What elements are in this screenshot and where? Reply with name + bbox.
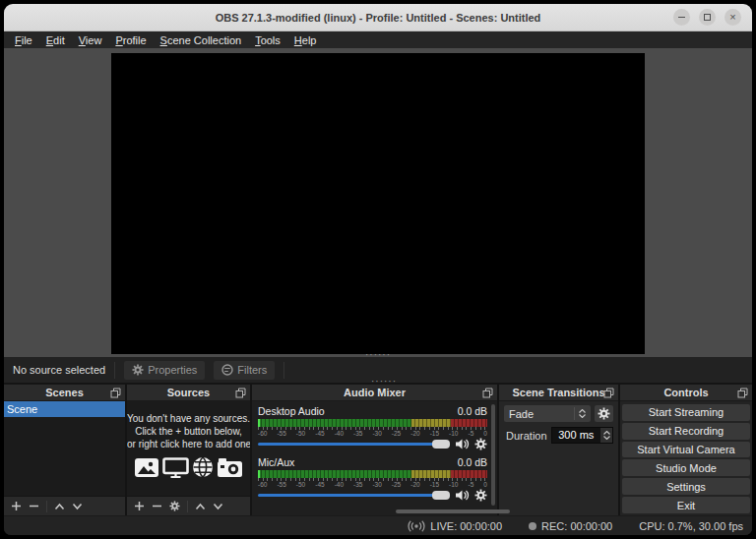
globe-icon	[192, 456, 214, 478]
maximize-icon	[704, 14, 711, 21]
popout-icon[interactable]	[737, 388, 748, 398]
scene-transitions-dock-header[interactable]: Scene Transitions	[499, 385, 618, 401]
sources-up-icon[interactable]	[195, 503, 206, 510]
minimize-button[interactable]	[673, 9, 690, 26]
horizontal-scrollbar[interactable]	[396, 509, 510, 513]
menu-edit[interactable]: Edit	[39, 32, 72, 48]
scene-list-item[interactable]: Scene	[4, 401, 125, 417]
camera-icon	[217, 457, 243, 478]
controls-dock-title: Controls	[663, 387, 708, 398]
sources-dock: Sources You don't have any sources.Click…	[127, 385, 250, 515]
menu-tools[interactable]: Tools	[248, 32, 287, 48]
image-icon	[134, 457, 159, 478]
controls-dock: Controls Start StreamingStart RecordingS…	[620, 385, 752, 515]
exit-button[interactable]: Exit	[622, 497, 750, 513]
popout-icon[interactable]	[603, 388, 614, 398]
volume-slider[interactable]	[258, 491, 450, 500]
program-canvas[interactable]	[111, 53, 645, 354]
spinner-arrows[interactable]	[600, 428, 612, 443]
sources-empty-text: You don't have any sources.	[127, 412, 250, 425]
scenes-up-icon[interactable]	[54, 503, 65, 510]
menu-help[interactable]: Help	[287, 32, 324, 48]
start-recording-button[interactable]: Start Recording	[622, 423, 750, 440]
maximize-button[interactable]	[699, 9, 716, 26]
transition-select[interactable]: Fade	[504, 405, 591, 422]
live-status: LIVE: 00:00:00	[408, 520, 502, 532]
speaker-icon[interactable]	[455, 438, 470, 450]
start-streaming-button[interactable]: Start Streaming	[622, 404, 750, 421]
controls-body: Start StreamingStart RecordingStart Virt…	[620, 401, 752, 515]
window-controls: ×	[673, 9, 752, 26]
sources-dock-header[interactable]: Sources	[127, 385, 250, 401]
menu-file[interactable]: File	[8, 32, 39, 48]
duration-label: Duration	[504, 430, 547, 442]
close-button[interactable]: ×	[724, 9, 741, 26]
sources-down-icon[interactable]	[213, 503, 223, 510]
separator	[46, 501, 47, 512]
tick-label: -35	[353, 430, 362, 437]
sources-minus-icon[interactable]	[152, 501, 162, 511]
scenes-down-icon[interactable]	[72, 503, 83, 510]
separator	[284, 362, 284, 379]
slider-handle[interactable]	[432, 440, 450, 449]
no-source-label: No source selected	[13, 364, 105, 376]
tick-label: -40	[335, 430, 344, 437]
tick-label: -35	[353, 481, 362, 488]
audio-mixer-dock-header[interactable]: Audio Mixer	[252, 385, 497, 401]
menu-profile[interactable]: Profile	[108, 32, 153, 48]
transition-settings-button[interactable]	[595, 405, 613, 422]
tick-label: 0	[483, 481, 487, 488]
studio-mode-button[interactable]: Studio Mode	[622, 459, 750, 476]
scenes-dock-header[interactable]: Scenes	[4, 385, 125, 401]
status-bar: LIVE: 00:00:00 REC: 00:00:00 CPU: 0.7%, …	[4, 515, 752, 535]
controls-dock-header[interactable]: Controls	[620, 385, 752, 401]
sources-gear-icon[interactable]	[169, 501, 180, 511]
tick-label: -25	[392, 430, 401, 437]
separator	[114, 362, 115, 379]
volume-row	[258, 488, 487, 502]
gear-icon	[132, 364, 144, 376]
properties-label: Properties	[148, 364, 197, 376]
scenes-minus-icon[interactable]	[29, 501, 39, 511]
filters-button[interactable]: Filters	[214, 361, 275, 380]
tick-label: -60	[258, 430, 267, 437]
menu-scene-collection[interactable]: Scene Collection	[154, 32, 249, 48]
gear-icon[interactable]	[474, 438, 487, 450]
separator	[187, 501, 188, 512]
scene-transitions-dock-title: Scene Transitions	[512, 387, 604, 398]
slider-handle[interactable]	[432, 491, 450, 500]
scenes-list[interactable]: Scene	[4, 401, 125, 496]
title-bar[interactable]: OBS 27.1.3-modified (linux) - Profile: U…	[4, 4, 752, 31]
tick-label: -60	[258, 481, 267, 488]
gear-icon[interactable]	[474, 489, 487, 502]
menu-view[interactable]: View	[72, 32, 109, 48]
splitter-grip[interactable]: ······	[365, 352, 391, 357]
filter-icon	[221, 364, 233, 376]
live-time: LIVE: 00:00:00	[430, 520, 502, 532]
settings-button[interactable]: Settings	[622, 478, 750, 495]
record-dot-icon	[529, 522, 536, 530]
tick-label: -55	[277, 430, 285, 437]
sources-plus-icon[interactable]	[134, 501, 145, 511]
duration-spinbox[interactable]: 300 ms	[551, 427, 613, 444]
properties-button[interactable]: Properties	[124, 361, 205, 380]
popout-icon[interactable]	[482, 388, 493, 398]
sources-empty-state[interactable]: You don't have any sources.Click the + b…	[127, 401, 250, 496]
volume-slider[interactable]	[258, 440, 450, 449]
volume-meter	[258, 419, 487, 427]
slider-track	[258, 494, 450, 497]
audio-mixer-body: Desktop Audio0.0 dB-60-55-50-45-40-35-30…	[252, 401, 497, 515]
channel-header: Desktop Audio0.0 dB	[258, 405, 487, 418]
sources-empty-text: Click the + button below,	[127, 425, 250, 438]
audio-mixer-dock-title: Audio Mixer	[344, 387, 406, 398]
splitter-grip[interactable]: ······	[371, 379, 397, 384]
tick-label: 0	[483, 430, 487, 437]
scenes-plus-icon[interactable]	[11, 501, 22, 511]
vertical-scrollbar[interactable]	[491, 404, 495, 506]
popout-icon[interactable]	[110, 388, 121, 398]
popout-icon[interactable]	[235, 388, 246, 398]
tick-label: -20	[410, 430, 419, 437]
sources-empty-text: or right click here to add one	[127, 438, 250, 450]
start-virtual-camera-button[interactable]: Start Virtual Camera	[622, 442, 750, 458]
speaker-icon[interactable]	[455, 489, 470, 502]
